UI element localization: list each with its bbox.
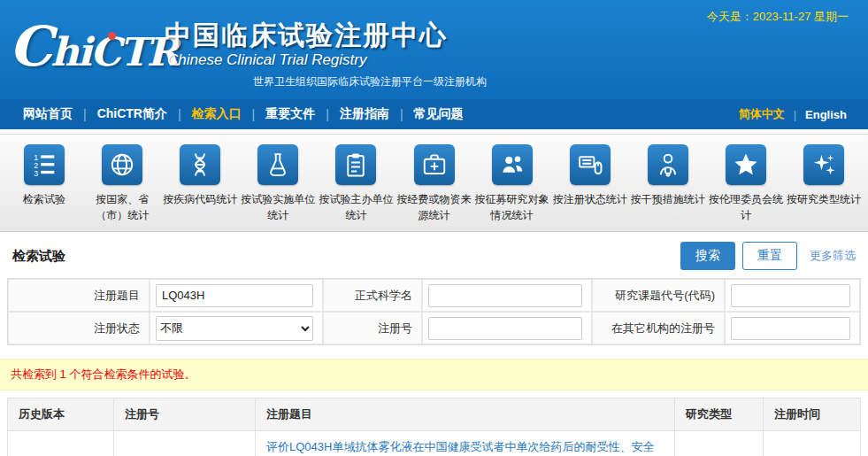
nav-item-search-entry[interactable]: 检索入口 (181, 106, 252, 122)
toolbar-item-stats-by-implementing-unit[interactable]: 按试验实施单位统计 (239, 144, 317, 223)
nav-item-documents[interactable]: 重要文件 (255, 106, 326, 122)
registration-date: 2023/03/20 (764, 431, 861, 456)
logo-text: ChiCTR (9, 14, 177, 79)
search-form: 注册题目 正式科学名 研究课题代号(代码) 注册状态 不限 注册号 在其它机构的… (7, 278, 861, 345)
more-filters-link[interactable]: 更多筛选 (810, 248, 856, 264)
toolbar-item-label: 按疾病代码统计 (163, 191, 237, 207)
star-icon (726, 144, 766, 185)
reset-button[interactable]: 重置 (742, 242, 797, 270)
site-header: ChiCTR 中国临床试验注册中心 Chinese Clinical Trial… (0, 0, 868, 99)
header-reg-title: 注册题目 (256, 398, 675, 431)
header-study-type: 研究类型 (675, 398, 764, 431)
toolbar-item-stats-by-registration-status[interactable]: 按注册状态统计 (551, 144, 629, 223)
chictr-logo[interactable]: ChiCTR (9, 14, 177, 79)
site-subtitle: 世界卫生组织国际临床试验注册平台一级注册机构 (253, 74, 487, 89)
toolbar-item-label: 按国家、省（市）统计 (85, 191, 159, 223)
nav-item-faq[interactable]: 常见问题 (403, 106, 474, 122)
list-123-icon: 123 (24, 144, 65, 185)
result-count-notice: 共检索到 1 个符合检索条件的试验。 (0, 359, 868, 390)
nav-item-home[interactable]: 网站首页 (12, 106, 83, 122)
toolbar-item-label: 按征募研究对象情况统计 (475, 191, 549, 223)
keyboard-mouse-icon (570, 144, 611, 185)
language-switcher: 简体中文 | English (730, 106, 856, 122)
toolbar-item-search-trials[interactable]: 123 检索试验 (5, 144, 83, 223)
site-title-en: Chinese Clinical Trial Registry (167, 51, 366, 69)
toolbar-item-stats-by-study-type[interactable]: 按研究类型统计 (785, 144, 863, 223)
reg-status-select[interactable]: 不限 (156, 316, 313, 341)
people-icon (492, 144, 533, 185)
section-title: 检索试验 (12, 248, 65, 265)
reg-status-label: 注册状态 (8, 312, 150, 344)
toolbar-item-stats-by-recruitment[interactable]: 按征募研究对象情况统计 (473, 144, 551, 223)
reg-status-cell: 不限 (150, 312, 323, 344)
toolbar-item-stats-by-intervention[interactable]: 按干预措施统计 (629, 144, 707, 223)
current-date: 今天是：2023-11-27 星期一 (707, 9, 849, 25)
sci-name-input[interactable] (428, 284, 582, 307)
clipboard-icon (335, 144, 376, 185)
other-reg-no-label: 在其它机构的注册号 (592, 312, 725, 344)
toolbar-item-label: 检索试验 (23, 191, 65, 207)
search-section-header: 检索试验 搜索 重置 更多筛选 (0, 232, 868, 278)
sparkles-icon (803, 144, 844, 185)
toolbar-item-label: 按干预措施统计 (631, 191, 705, 207)
sci-name-label: 正式科学名 (323, 279, 422, 312)
search-actions: 搜索 重置 更多筛选 (680, 242, 856, 270)
project-code-cell (725, 279, 860, 312)
toolbar-item-stats-by-disease-code[interactable]: 按疾病代码统计 (161, 144, 239, 223)
header-reg-no: 注册号 (114, 398, 256, 431)
trial-title-link[interactable]: 评价LQ043H单域抗体雾化液在中国健康受试者中单次给药后的耐受性、安全性、..… (266, 439, 664, 456)
project-code-input[interactable] (731, 284, 850, 307)
lang-simplified-chinese[interactable]: 简体中文 (730, 106, 794, 122)
main-nav: 网站首页 | ChiCTR简介 | 检索入口 | 重要文件 | 注册指南 | 常… (0, 99, 868, 129)
doctor-icon (648, 144, 688, 185)
toolbar-item-label: 按研究类型统计 (787, 191, 861, 207)
reg-title-input[interactable] (156, 284, 313, 307)
statistics-toolbar: 123 检索试验 按国家、省（市）统计 按疾病代码统计 按试验实施单位统计 按试… (0, 134, 868, 232)
logo-red-dot-icon (108, 32, 116, 40)
other-reg-no-cell (725, 312, 860, 344)
reg-no-cell (422, 312, 592, 344)
nav-item-guide[interactable]: 注册指南 (329, 106, 400, 122)
lang-english[interactable]: English (796, 108, 856, 121)
toolbar-item-stats-by-sponsor[interactable]: 按试验主办单位统计 (317, 144, 395, 223)
toolbar-item-label: 按经费或物资来源统计 (397, 191, 472, 223)
nav-item-about[interactable]: ChiCTR简介 (87, 106, 178, 122)
site-title-cn: 中国临床试验注册中心 (165, 18, 448, 54)
toolbar-item-label: 按伦理委员会统计 (709, 191, 783, 223)
results-header-row: 历史版本 注册号 注册题目 研究类型 注册时间 (8, 398, 861, 431)
dna-icon (180, 144, 220, 185)
reg-title-label: 注册题目 (8, 279, 150, 312)
toolbar-item-stats-by-funding[interactable]: 按经费或物资来源统计 (395, 144, 472, 223)
toolbar-item-label: 按注册状态统计 (553, 191, 627, 207)
toolbar-item-label: 按试验实施单位统计 (241, 191, 315, 223)
globe-icon (102, 144, 142, 185)
registration-number: ChiCTR2300069500 (114, 431, 256, 456)
table-row: 历史版本 ChiCTR2300069500 评价LQ043H单域抗体雾化液在中国… (8, 431, 861, 456)
search-button[interactable]: 搜索 (680, 242, 735, 270)
toolbar-item-stats-by-ethics-committee[interactable]: 按伦理委员会统计 (707, 144, 785, 223)
reg-title-cell (150, 279, 323, 312)
project-code-label: 研究课题代号(代码) (592, 279, 725, 312)
svg-text:3: 3 (34, 169, 38, 178)
flask-icon (257, 144, 298, 185)
results-table: 历史版本 注册号 注册题目 研究类型 注册时间 历史版本 ChiCTR23000… (7, 398, 861, 456)
sci-name-cell (422, 279, 592, 312)
header-reg-date: 注册时间 (764, 398, 861, 431)
study-type: 干预性研究 (675, 431, 764, 456)
reg-no-label: 注册号 (323, 312, 422, 344)
header-history: 历史版本 (8, 398, 114, 431)
other-reg-no-input[interactable] (731, 317, 850, 340)
medical-kit-icon (414, 144, 455, 185)
toolbar-item-stats-by-country[interactable]: 按国家、省（市）统计 (83, 144, 161, 223)
toolbar-item-label: 按试验主办单位统计 (319, 191, 393, 223)
reg-no-input[interactable] (428, 317, 582, 340)
